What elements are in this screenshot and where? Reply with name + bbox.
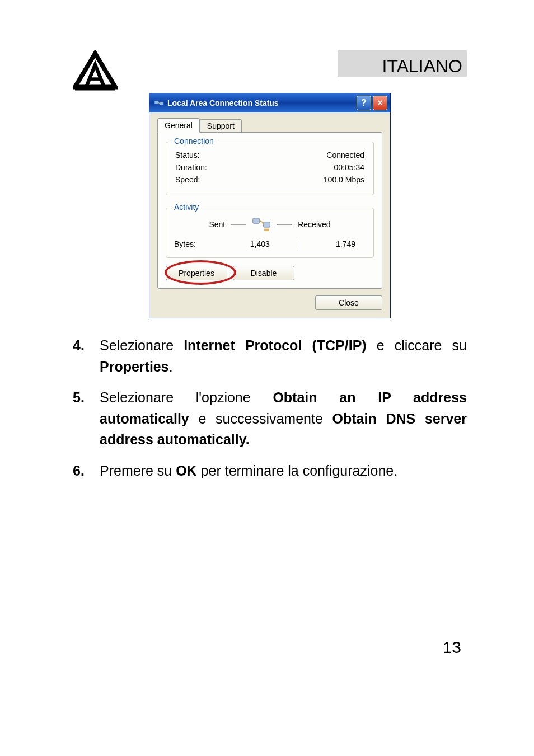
duration-label: Duration: [175, 163, 207, 172]
duration-value: 00:05:34 [334, 163, 365, 172]
line-right [277, 224, 292, 225]
tab-support[interactable]: Support [200, 119, 242, 133]
bytes-received: 1,749 [307, 240, 366, 248]
properties-button[interactable]: Properties [166, 266, 227, 280]
language-label: ITALIANO [338, 50, 467, 77]
status-value: Connected [326, 151, 364, 159]
instruction-text: Premere su OK per terminare la configura… [100, 461, 467, 482]
logo [73, 50, 118, 95]
received-label: Received [298, 220, 330, 229]
instruction-item: 5.Selezionare l'opzione Obtain an IP add… [73, 387, 467, 450]
speed-value: 100.0 Mbps [324, 175, 364, 184]
dialog-titlebar[interactable]: Local Area Connection Status ? × [149, 93, 390, 112]
instruction-item: 6.Premere su OK per terminare la configu… [73, 461, 467, 482]
page-number: 13 [73, 638, 467, 657]
network-icon [154, 98, 164, 108]
instruction-text: Selezionare Internet Protocol (TCP/IP) e… [100, 335, 467, 377]
connection-status-dialog: Local Area Connection Status ? × General… [149, 93, 391, 318]
activity-legend: Activity [172, 203, 201, 212]
instruction-number: 4. [73, 335, 100, 377]
line-left [231, 224, 246, 225]
instruction-number: 6. [73, 461, 100, 482]
sent-label: Sent [209, 220, 225, 229]
status-label: Status: [175, 151, 200, 159]
svg-rect-2 [154, 101, 158, 104]
speed-label: Speed: [175, 175, 200, 184]
instruction-text: Selezionare l'opzione Obtain an IP addre… [100, 387, 467, 450]
bytes-sent: 1,403 [236, 240, 284, 248]
tab-general[interactable]: General [157, 118, 200, 133]
disable-button[interactable]: Disable [233, 266, 294, 280]
svg-rect-5 [264, 222, 270, 227]
separator [296, 240, 296, 248]
connection-legend: Connection [172, 137, 216, 145]
help-button[interactable]: ? [357, 96, 371, 110]
svg-rect-4 [253, 218, 260, 223]
svg-rect-3 [160, 102, 163, 105]
instruction-number: 5. [73, 387, 100, 450]
svg-rect-6 [264, 229, 269, 231]
activity-icon [252, 216, 271, 233]
close-x-button[interactable]: × [373, 96, 387, 110]
instruction-list: 4.Selezionare Internet Protocol (TCP/IP)… [73, 335, 467, 481]
instruction-item: 4.Selezionare Internet Protocol (TCP/IP)… [73, 335, 467, 377]
dialog-title: Local Area Connection Status [167, 98, 355, 107]
bytes-label: Bytes: [174, 240, 236, 248]
close-button[interactable]: Close [315, 295, 382, 310]
